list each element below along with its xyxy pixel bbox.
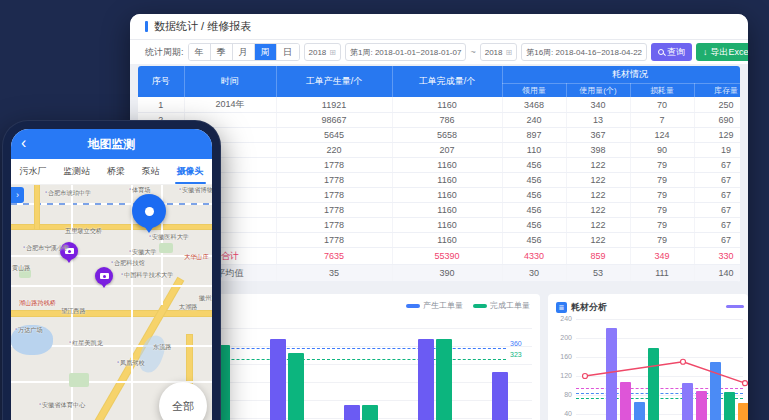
- table-row[interactable]: 5177811604561227967: [138, 158, 740, 173]
- legend-item: 完成工单量: [473, 300, 530, 311]
- period-option[interactable]: 周: [255, 44, 277, 60]
- table-cell: 456: [502, 218, 566, 233]
- y-axis-tick: 160: [550, 353, 572, 360]
- map-poi-label: 黄山路: [12, 264, 30, 273]
- table-cell: 1160: [392, 203, 502, 218]
- phone-tab[interactable]: 监测站: [61, 159, 92, 184]
- map-poi-label: 安徽省博物馆: [179, 186, 212, 195]
- bar: [418, 339, 434, 420]
- export-button-label: 导出Excel: [711, 46, 748, 59]
- end-week-input[interactable]: 第16周: 2018-04-16~2018-04-22: [521, 43, 647, 61]
- table-row[interactable]: 42202071103989019: [138, 143, 740, 158]
- table-cell: 340: [566, 97, 630, 113]
- gridline: [576, 357, 743, 358]
- table-cell: 456: [502, 203, 566, 218]
- period-option[interactable]: 月: [233, 44, 255, 60]
- map-poi-label: 合肥市宁溪小学: [23, 244, 69, 253]
- period-option[interactable]: 季: [211, 44, 233, 60]
- start-week-input[interactable]: 第1周: 2018-01-01~2018-01-07: [345, 43, 466, 61]
- table-row[interactable]: 8177811604561227967: [138, 203, 740, 218]
- table-row[interactable]: 10177811604561227967: [138, 233, 740, 248]
- total-row: 合计7635553904330859349330: [138, 248, 740, 265]
- map-poi-label: 安徽医科大学: [149, 233, 189, 242]
- table-cell: 90: [630, 143, 694, 158]
- show-all-button[interactable]: 全部: [159, 382, 207, 420]
- road: [11, 255, 212, 257]
- camera-marker-icon[interactable]: [95, 267, 113, 285]
- y-axis-tick: 80: [550, 391, 572, 398]
- table-row[interactable]: 298667786240137690: [138, 113, 740, 128]
- start-year-value: 2018: [309, 48, 327, 57]
- phone-tab[interactable]: 泵站: [140, 159, 162, 184]
- back-chevron-icon[interactable]: ‹: [21, 133, 26, 153]
- panel-expander-button[interactable]: ›: [11, 187, 24, 203]
- average-row: 平均值353903053111140: [138, 265, 740, 282]
- table-cell: 129: [694, 128, 740, 143]
- start-year-select[interactable]: 2018 ⊞: [304, 43, 342, 61]
- bar: [634, 402, 645, 420]
- table-row[interactable]: 7177811604561227967: [138, 188, 740, 203]
- query-button[interactable]: 查询: [651, 43, 692, 61]
- table-cell: 110: [502, 143, 566, 158]
- table-cell: 122: [566, 233, 630, 248]
- table-cell: 11921: [276, 97, 392, 113]
- phone-tab[interactable]: 摄像头: [175, 159, 206, 184]
- period-option[interactable]: 日: [277, 44, 299, 60]
- period-option[interactable]: 年: [189, 44, 211, 60]
- table-cell: 30: [502, 265, 566, 282]
- bar: [606, 328, 617, 420]
- legend-mark: [726, 305, 744, 308]
- map-poi-label: 合肥市琥珀中学: [45, 189, 91, 198]
- table-row[interactable]: 12014年119211160346834070250: [138, 97, 740, 113]
- table-cell: 3468: [502, 97, 566, 113]
- table-cell: 1160: [392, 218, 502, 233]
- map-poi-label: 太湖路: [179, 303, 197, 312]
- export-excel-button[interactable]: ↓ 导出Excel: [696, 43, 748, 61]
- table-cell: 122: [566, 188, 630, 203]
- phone-tab[interactable]: 污水厂: [17, 159, 48, 184]
- reference-label: 323: [510, 351, 536, 358]
- group-header: 耗材情况: [502, 66, 740, 83]
- bar: [682, 383, 693, 420]
- map-view[interactable]: › 全部 合肥市琥珀中学体育场安徽省博物馆五里墩立交桥合肥市宁溪小学安徽医科大学…: [11, 185, 212, 420]
- map-poi-label: 安徽大学: [129, 248, 157, 257]
- column-header: 序号: [138, 66, 184, 97]
- chart-panel-icon: ≣: [556, 302, 567, 313]
- table-cell: 122: [566, 218, 630, 233]
- map-poi-label: 大华山庄: [184, 253, 209, 262]
- bar: [738, 403, 748, 420]
- table-row[interactable]: 6177811604561227967: [138, 173, 740, 188]
- map-poi-label: 望江西路: [61, 307, 86, 316]
- bar: [710, 362, 721, 420]
- sub-column-header: 领用量: [502, 83, 566, 97]
- table-cell: 240: [502, 113, 566, 128]
- table-row[interactable]: 9177811604561227967: [138, 218, 740, 233]
- y-axis-tick: 200: [550, 334, 572, 341]
- end-year-select[interactable]: 2018 ⊞: [480, 43, 518, 61]
- table-cell: 897: [502, 128, 566, 143]
- gridline: [576, 319, 743, 320]
- table-cell: 4330: [502, 248, 566, 265]
- report-table-wrapper[interactable]: 序号时间工单产生量/个工单完成量/个耗材情况领用量使用量(个)损耗量库存量120…: [138, 66, 740, 282]
- table-cell: 786: [392, 113, 502, 128]
- map-poi-label: 徽州大道: [199, 294, 212, 303]
- legend-label: 完成工单量: [490, 300, 530, 311]
- calendar-icon: ⊞: [329, 48, 336, 57]
- bar: [620, 382, 631, 420]
- table-cell: 1778: [276, 158, 392, 173]
- table-cell: 67: [694, 233, 740, 248]
- table-row[interactable]: 356455658897367124129: [138, 128, 740, 143]
- period-segmented-control[interactable]: 年季月周日: [188, 43, 300, 61]
- sub-column-header: 使用量(个): [566, 83, 630, 97]
- y-axis-tick: 40: [550, 410, 572, 417]
- map-poi-label: 中国科学技术大学: [121, 271, 173, 280]
- map-poi-label: 东流路: [153, 343, 171, 352]
- phone-tab[interactable]: 桥梁: [105, 159, 127, 184]
- phone-tab-bar: 污水厂监测站桥梁泵站摄像头: [11, 159, 212, 185]
- chart-card-header: ≣ 耗材分析: [556, 301, 607, 314]
- table-cell: 79: [630, 173, 694, 188]
- breadcrumb-bar: 数据统计 / 维修报表: [130, 14, 748, 40]
- map-poi-label: 体育场: [129, 186, 150, 195]
- park: [159, 243, 173, 253]
- selected-camera-map-pin-icon[interactable]: [132, 194, 166, 228]
